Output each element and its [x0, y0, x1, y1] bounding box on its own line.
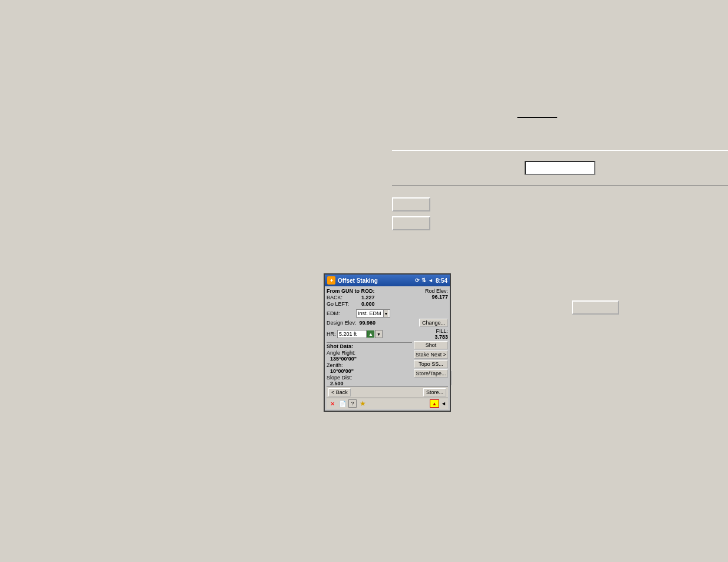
hr-row: HR: 5.201 ft ▲ ▼ FILL: 3.783: [327, 328, 448, 340]
angle-right-value: 135°00'00": [330, 356, 412, 362]
action-buttons: Shot Stake Next > Topo SS... Store/Tape.…: [414, 341, 448, 386]
star-taskbar-icon[interactable]: ★: [358, 399, 367, 408]
hr-input[interactable]: 5.201 ft: [337, 330, 367, 338]
side-button-2[interactable]: [392, 216, 430, 230]
zenith-value: 10°00'00": [330, 368, 412, 374]
refresh-icon: ⟳: [415, 277, 420, 283]
back-value: 1.227: [361, 295, 375, 300]
design-elev-label: Design Elev:: [327, 320, 357, 326]
scroll-icon[interactable]: ◄: [441, 401, 446, 406]
go-left-value: 0.000: [361, 301, 375, 307]
title-bar: ✦ Offset Staking ⟳ ⇅ ◄ 8:54: [325, 275, 450, 286]
go-left-label: Go LEFT:: [327, 301, 349, 307]
help-taskbar-icon[interactable]: ?: [348, 399, 357, 408]
hr-label: HR:: [327, 331, 337, 337]
hr-dropdown[interactable]: ▼: [375, 330, 383, 338]
edm-row: EDM: Inst. EDM ▼: [327, 309, 448, 318]
side-button-1[interactable]: [392, 197, 430, 211]
change-button[interactable]: Change...: [419, 319, 448, 327]
swap-icon: ⇅: [421, 277, 426, 283]
windows-icon: ✦: [327, 276, 335, 285]
device-window: ✦ Offset Staking ⟳ ⇅ ◄ 8:54 From GUN to …: [324, 273, 451, 412]
rod-elev-label: Rod Elev:: [425, 288, 448, 294]
from-gun-header: From GUN to ROD:: [327, 288, 375, 294]
fill-value: 3.783: [434, 334, 448, 340]
bottom-bar: < Back Store...: [327, 386, 448, 398]
close-taskbar-icon[interactable]: ✕: [328, 399, 337, 408]
slope-dist-label: Slope Dist:: [327, 375, 412, 381]
hr-value: 5.201 ft: [339, 331, 357, 337]
store-tape-button[interactable]: Store/Tape...: [414, 369, 448, 378]
design-elev-value: 99.960: [360, 320, 376, 326]
banner-input[interactable]: [525, 161, 595, 175]
shot-area: Shot Data: Angle Right: 135°00'00" Zenit…: [327, 341, 448, 386]
design-elev-row: Design Elev: 99.960 Change...: [327, 319, 448, 327]
edm-label: EDM:: [327, 310, 356, 316]
edm-value: Inst. EDM: [358, 310, 381, 316]
warning-icon: ▲: [430, 399, 439, 408]
edm-dropdown-arrow: ▼: [383, 310, 389, 317]
back-label: BACK:: [327, 295, 342, 300]
fill-label: FILL:: [436, 328, 448, 334]
zenith-label: Zenith:: [327, 362, 412, 368]
shot-data-col: Shot Data: Angle Right: 135°00'00" Zenit…: [327, 341, 412, 386]
edm-dropdown[interactable]: Inst. EDM ▼: [356, 309, 390, 318]
stake-next-button[interactable]: Stake Next >: [414, 351, 448, 359]
speaker-icon: ◄: [428, 277, 433, 283]
title-bar-time: 8:54: [436, 277, 447, 284]
taskbar: ✕ 📄 ? ★ ▲ ◄: [327, 398, 448, 409]
right-side-button[interactable]: [572, 300, 619, 315]
device-content: From GUN to ROD: BACK: 1.227 Go LEFT: 0.…: [325, 286, 450, 411]
slope-dist-value: 2.500: [330, 381, 412, 386]
window-title: Offset Staking: [338, 277, 415, 284]
hr-dropdown-arrow: ▼: [375, 332, 382, 336]
top-right-link[interactable]: ___________: [518, 111, 557, 118]
store-button[interactable]: Store...: [423, 388, 446, 396]
shot-data-header: Shot Data:: [327, 342, 412, 349]
topo-ss-button[interactable]: Topo SS...: [414, 360, 448, 368]
back-button[interactable]: < Back: [328, 388, 351, 396]
doc-taskbar-icon[interactable]: 📄: [338, 399, 347, 408]
title-bar-icons: ⟳ ⇅ ◄: [415, 277, 433, 283]
hr-icon1[interactable]: ▲: [367, 330, 374, 338]
rod-elev-value: 96.177: [425, 294, 448, 300]
angle-right-label: Angle Right:: [327, 350, 412, 356]
banner-area: [392, 150, 728, 186]
shot-button[interactable]: Shot: [414, 341, 448, 349]
